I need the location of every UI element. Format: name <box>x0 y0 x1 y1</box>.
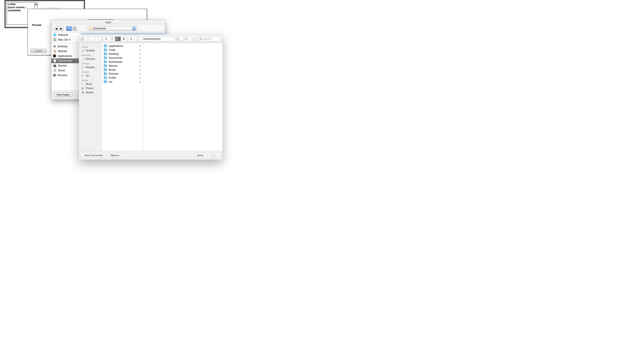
separator <box>52 43 80 43</box>
svg-rect-2 <box>115 38 118 40</box>
folder-name: Applications <box>109 44 123 48</box>
scroll-up-icon[interactable]: ▲ <box>35 2 38 5</box>
app-icon: Ⓐ <box>82 49 84 52</box>
list-view-button[interactable] <box>66 26 72 31</box>
folder-icon <box>104 61 107 63</box>
group-button[interactable]: ⊞ ⌄ <box>128 37 136 41</box>
documents-icon: 📄 <box>53 59 56 62</box>
chevron-right-icon: ▶ <box>140 76 141 79</box>
location-popup[interactable]: 📁 Documents ▲▼ <box>88 26 137 31</box>
home-icon: ⌂ <box>140 37 142 40</box>
back-button[interactable]: 〈 <box>89 37 95 41</box>
folder-item[interactable]: Music▶ <box>102 68 143 72</box>
forward-button[interactable]: 〉 <box>95 37 101 41</box>
column-1[interactable]: Applications▶ Code▶ Desktop▶ Documents▶ … <box>102 43 144 151</box>
folder-name: Documents <box>109 56 122 60</box>
folder-icon <box>104 76 107 79</box>
sidebar-item-label: Applications <box>58 54 72 58</box>
folder-item[interactable]: Public▶ <box>102 76 143 80</box>
list-view-button[interactable]: ☰ <box>109 37 115 41</box>
macos-modern-open-dialog: 〈 〉 ⊞ ☰ ▦ ⊞ ⌄ ⌂ marcinwichary ⌃⌄ 🔍 Searc… <box>79 34 223 160</box>
sidebar-item-desktop[interactable]: 🖥Desktop <box>52 44 80 49</box>
chevron-right-icon: ▶ <box>140 72 141 75</box>
pictures-icon: 🖼 <box>53 74 56 77</box>
search-placeholder: Search <box>204 37 212 40</box>
folder-name: Pictures <box>109 72 118 75</box>
folder-icon <box>104 57 107 59</box>
share-button[interactable] <box>177 36 183 41</box>
list-item[interactable]: psych summa… <box>8 6 36 9</box>
location-popup[interactable]: ⌂ marcinwichary ⌃⌄ <box>138 36 175 41</box>
folder-item[interactable]: Pictures▶ <box>102 72 143 76</box>
sidebar-item-home[interactable]: 🏠Midnite <box>52 49 80 54</box>
sidebar-item-label: Photos <box>86 87 94 90</box>
folder-name: Desktop <box>109 52 119 56</box>
sidebar-item-textedit[interactable]: ⒶTextEdit <box>79 48 102 53</box>
folder-item[interactable]: Applications▶ <box>102 44 143 48</box>
sidebar-item-all[interactable]: ⊕All… <box>79 74 102 78</box>
options-button[interactable]: Options <box>107 153 122 158</box>
view-switcher: ⊞ ☰ ▦ <box>103 36 127 41</box>
svg-rect-5 <box>186 38 188 40</box>
forward-button[interactable]: ▶ <box>59 26 64 31</box>
search-field[interactable]: 🔍 Search <box>198 36 220 41</box>
sidebar-item-pictures[interactable]: 🖼Pictures <box>52 73 80 78</box>
folder-icon <box>104 80 107 83</box>
svg-rect-0 <box>82 38 84 40</box>
sidebar-item-label: Midnite <box>58 50 67 53</box>
sidebar-item-label: Recents <box>86 58 95 60</box>
sidebar-item-movies[interactable]: ▦Movies <box>79 90 102 94</box>
folder-item[interactable]: Desktop▶ <box>102 52 143 56</box>
sidebar-item-label: Documents <box>58 59 72 62</box>
column-browser: Applications▶ Code▶ Desktop▶ Documents▶ … <box>102 43 222 151</box>
network-icon: 🌐 <box>53 33 56 36</box>
folder-item[interactable]: Movies▶ <box>102 64 143 68</box>
tags-button[interactable] <box>185 36 192 41</box>
folder-item[interactable]: Code▶ <box>102 48 143 52</box>
sidebar-header-icloud: iCloud <box>79 44 102 48</box>
sidebar-item-photos[interactable]: ◧Photos <box>79 86 102 90</box>
sidebar-item-remote[interactable]: ◎Remote… <box>79 65 102 70</box>
list-item[interactable]: a letter <box>8 3 36 6</box>
folder-icon <box>104 53 107 55</box>
create-button[interactable]: Create <box>30 49 47 53</box>
new-folder-button[interactable]: New Folder <box>54 92 72 97</box>
gallery-view-button[interactable]: ▦ <box>121 37 126 41</box>
chevron-right-icon: ▶ <box>140 68 141 71</box>
disk-icon: 💽 <box>53 38 56 41</box>
nav-buttons: ◀ ▶ <box>54 26 64 31</box>
sidebar-item-label: Movies <box>58 64 67 67</box>
column-view-button[interactable] <box>115 37 121 41</box>
network-icon: ⊕ <box>82 74 84 77</box>
path-label: marcinwichary <box>143 37 160 40</box>
sidebar-header-media: Media <box>79 78 102 82</box>
sidebar-item-disk[interactable]: 💽Mac OS X <box>52 37 80 42</box>
sidebar-item-music[interactable]: 🎵Music <box>52 68 80 73</box>
sidebar-item-recents[interactable]: 📑Recents <box>79 57 102 61</box>
sidebar-item-label: TextEdit <box>86 49 95 52</box>
folder-item[interactable]: Documents▶ <box>102 56 143 60</box>
preview-label: Preview <box>32 24 42 26</box>
sidebar-item-label: Movies <box>86 91 94 94</box>
sidebar-item-movies[interactable]: 🎬Movies <box>52 63 80 68</box>
back-button[interactable]: ◀ <box>54 26 59 31</box>
folder-item[interactable]: Downloads▶ <box>102 60 143 64</box>
sidebar-item-documents[interactable]: 📄Documents <box>52 58 80 63</box>
toolbar: ◀ ▶ 📁 Documents ▲▼ <box>52 25 165 32</box>
sidebar-item-music[interactable]: ♫Music <box>79 82 102 86</box>
new-document-button[interactable]: New Document <box>82 153 106 158</box>
nav-buttons: 〈 〉 <box>89 36 101 41</box>
location-label: Documents <box>93 27 106 30</box>
sidebar-item-label: Music <box>86 82 92 86</box>
view-switcher <box>66 26 77 31</box>
icon-view-button[interactable]: ⊞ <box>103 37 109 41</box>
column-2[interactable] <box>144 43 222 151</box>
chevron-right-icon: ▶ <box>140 61 141 63</box>
open-button[interactable]: Open <box>208 153 220 158</box>
done-button[interactable]: Done <box>194 153 206 158</box>
sidebar-toggle-button[interactable] <box>81 37 87 41</box>
folder-item[interactable]: src▶ <box>102 80 143 84</box>
sidebar-item-applications[interactable]: 🅰Applications <box>52 54 80 58</box>
column-view-button[interactable] <box>72 26 77 31</box>
sidebar-item-network[interactable]: 🌐Network <box>52 32 80 37</box>
